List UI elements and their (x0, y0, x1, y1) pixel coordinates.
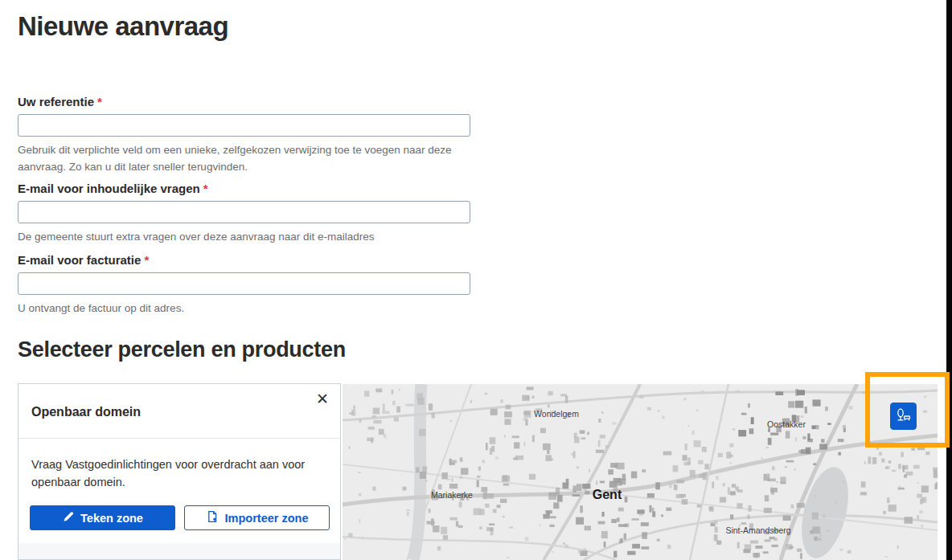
page-title: Nieuwe aanvraag (18, 11, 228, 42)
field-label-text: Uw referentie (18, 95, 94, 108)
panel-header: Openbaar domein ✕ (18, 384, 340, 439)
screen-edge-bar (946, 0, 952, 560)
field-label: E-mail voor facturatie* (18, 253, 488, 267)
map-label-oostakker: Oostakker (767, 419, 806, 429)
map-label-wondelgem: Wondelgem (534, 409, 579, 419)
referentie-input[interactable] (18, 114, 470, 137)
map-label-gent: Gent (593, 488, 622, 502)
required-marker: * (144, 253, 149, 267)
park-tree-bench-icon (896, 407, 912, 426)
email-vragen-input[interactable] (18, 201, 470, 223)
required-marker: * (203, 182, 208, 195)
field-label-text: E-mail voor inhoudelijke vragen (18, 182, 200, 195)
panel-footer (18, 543, 340, 559)
openbaar-domein-panel: Openbaar domein ✕ Vraag Vastgoedinlichti… (18, 383, 341, 560)
panel-description: Vraag Vastgoedinlichtingen voor overdrac… (31, 456, 318, 491)
map-canvas[interactable]: Wondelgem Oostakker Mariakerke Gent Sint… (343, 384, 938, 560)
button-label: Teken zone (80, 512, 143, 525)
close-button[interactable]: ✕ (312, 389, 333, 410)
pencil-icon (62, 511, 74, 525)
page: Nieuwe aanvraag Uw referentie* Gebruik d… (0, 0, 952, 560)
map-label-sint-amandsberg: Sint-Amandsberg (725, 525, 790, 535)
panel-title: Openbaar domein (31, 405, 141, 419)
field-label-text: E-mail voor facturatie (18, 253, 141, 267)
field-label: E-mail voor inhoudelijke vragen* (18, 182, 488, 195)
field-email-facturatie: E-mail voor facturatie* U ontvangt de fa… (18, 253, 488, 317)
import-document-icon (206, 510, 219, 525)
field-label: Uw referentie* (18, 95, 488, 108)
field-help-text: Gebruik dit verplichte veld om een uniek… (18, 141, 482, 175)
button-label: Importeer zone (225, 512, 309, 525)
panel-buttons: Teken zone Importeer zone (30, 505, 330, 530)
field-referentie: Uw referentie* Gebruik dit verplichte ve… (18, 95, 488, 175)
email-facturatie-input[interactable] (18, 272, 470, 295)
field-help-text: U ontvangt de factuur op dit adres. (18, 300, 482, 317)
close-icon: ✕ (316, 390, 329, 407)
section-title: Selecteer percelen en producten (18, 337, 346, 362)
teken-zone-button[interactable]: Teken zone (30, 505, 175, 530)
basemap-graphic (343, 384, 938, 560)
field-email-vragen: E-mail voor inhoudelijke vragen* De geme… (18, 182, 488, 245)
importeer-zone-button[interactable]: Importeer zone (184, 505, 330, 530)
field-help-text: De gemeente stuurt extra vragen over dez… (18, 228, 482, 245)
required-marker: * (97, 95, 102, 108)
map-label-mariakerke: Mariakerke (431, 490, 473, 500)
openbaar-domein-tool-button[interactable] (890, 403, 917, 430)
